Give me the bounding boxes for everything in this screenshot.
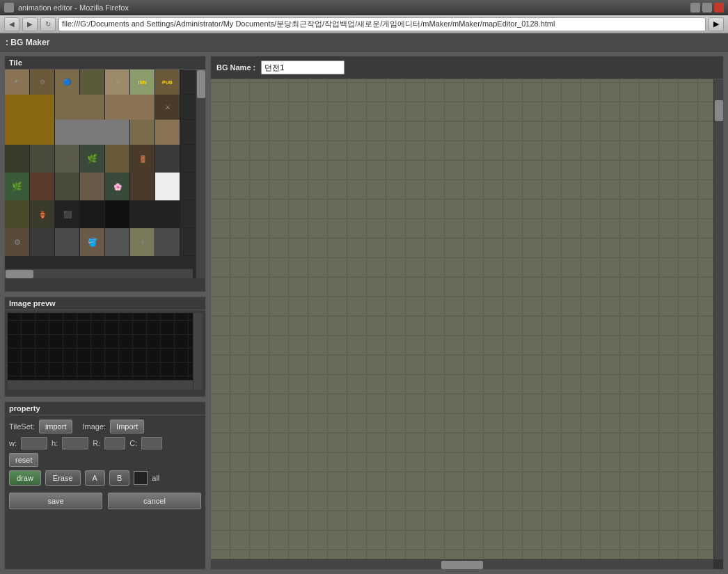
tile-cell[interactable] xyxy=(80,173,105,200)
map-scrollbar-vertical[interactable] xyxy=(713,79,723,559)
tile-cell[interactable]: 🪣 xyxy=(80,228,105,256)
tile-scroll-thumb-h[interactable] xyxy=(6,270,33,278)
tile-cell[interactable] xyxy=(80,70,105,95)
map-grid[interactable] xyxy=(211,79,723,569)
tile-pub[interactable]: PUB xyxy=(155,70,180,95)
tile-cell[interactable]: 🚪 xyxy=(130,145,155,173)
tile-cell[interactable] xyxy=(105,200,130,228)
map-scrollbar-horizontal[interactable] xyxy=(211,559,713,569)
tile-cell[interactable]: ⚙ xyxy=(30,70,55,95)
tileset-import-button[interactable]: import xyxy=(39,420,73,433)
map-scroll-thumb-v[interactable] xyxy=(715,100,723,121)
tile-cell[interactable] xyxy=(5,95,55,120)
a-button[interactable]: A xyxy=(85,470,105,486)
tile-cell[interactable] xyxy=(105,145,130,173)
tileset-row: TileSet: import Image: Import xyxy=(9,420,201,433)
dimensions-row: w: h: R: C: xyxy=(9,437,201,449)
tile-inn[interactable]: INN xyxy=(130,70,155,95)
go-button[interactable]: ▶ xyxy=(709,17,724,31)
window-controls xyxy=(690,3,724,13)
tile-panel-title: Tile xyxy=(5,56,205,70)
tile-cell[interactable] xyxy=(80,200,105,228)
tile-cell[interactable]: 🌸 xyxy=(105,173,130,200)
b-button[interactable]: B xyxy=(109,470,129,486)
tile-cell[interactable] xyxy=(55,95,105,120)
tile-cell[interactable] xyxy=(155,173,180,200)
h-input[interactable] xyxy=(62,437,88,449)
app-title: : BG Maker xyxy=(6,38,49,47)
tile-cell[interactable] xyxy=(30,173,55,200)
tile-cell[interactable]: ⚔ xyxy=(155,95,180,120)
tile-cell[interactable] xyxy=(55,228,80,256)
forward-button[interactable]: ▶ xyxy=(22,17,38,31)
map-scrollbar-corner xyxy=(713,559,723,569)
minimize-button[interactable] xyxy=(690,3,700,13)
tile-scroll-thumb[interactable] xyxy=(197,70,205,98)
tile-cell[interactable]: ⬛ xyxy=(55,200,80,228)
tile-cell[interactable]: ⚔ xyxy=(105,70,130,95)
tile-cell[interactable] xyxy=(105,95,155,120)
w-input[interactable] xyxy=(21,437,47,449)
r-label: R: xyxy=(93,439,100,447)
image-label: Image: xyxy=(82,422,106,431)
tile-cell[interactable] xyxy=(155,228,180,256)
preview-scrollbar-horizontal[interactable] xyxy=(8,380,193,390)
tile-cell[interactable]: ✝ xyxy=(130,228,155,256)
erase-button[interactable]: Erase xyxy=(45,470,81,486)
tile-cell[interactable] xyxy=(5,200,30,228)
c-input[interactable] xyxy=(141,437,162,449)
tile-scrollbar-vertical[interactable] xyxy=(196,70,205,278)
reset-button[interactable]: reset xyxy=(9,453,38,467)
bg-name-input[interactable] xyxy=(261,61,345,74)
tile-cell[interactable] xyxy=(155,120,180,145)
tile-cell[interactable]: 🔨 xyxy=(5,70,30,95)
save-button[interactable]: save xyxy=(9,493,102,509)
tile-cell[interactable] xyxy=(130,173,155,200)
app-main: Tile 🔨 ⚙ 🔵 ⚔ INN PUB xyxy=(0,51,728,574)
tile-content: 🔨 ⚙ 🔵 ⚔ INN PUB xyxy=(5,70,205,278)
tileset-label: TileSet: xyxy=(9,422,35,431)
tile-cell[interactable] xyxy=(30,145,55,173)
tile-cell[interactable] xyxy=(5,145,30,173)
tile-cell[interactable] xyxy=(55,173,80,200)
cancel-button[interactable]: cancel xyxy=(108,493,201,509)
reload-button[interactable]: ↻ xyxy=(40,17,56,31)
tool-row: draw Erase A B all xyxy=(9,470,201,486)
tile-cell[interactable] xyxy=(30,228,55,256)
tile-cell[interactable]: 🌿 xyxy=(5,173,30,200)
map-scroll-thumb-h[interactable] xyxy=(441,561,483,569)
tile-cell[interactable] xyxy=(5,120,55,145)
tile-scrollbar-horizontal[interactable] xyxy=(5,269,193,278)
browser-title: animation editor - Mozilla Firefox xyxy=(18,3,690,12)
address-bar[interactable] xyxy=(58,17,706,31)
property-content: TileSet: import Image: Import w: h: R: C… xyxy=(5,415,205,490)
property-panel-title: property xyxy=(5,402,205,415)
tile-grid[interactable]: 🔨 ⚙ 🔵 ⚔ INN PUB xyxy=(5,70,205,278)
color-swatch xyxy=(134,471,148,485)
draw-button[interactable]: draw xyxy=(9,470,41,486)
preview-grid[interactable] xyxy=(8,313,203,390)
c-label: C: xyxy=(129,439,137,447)
back-button[interactable]: ◀ xyxy=(4,17,19,31)
tile-cell[interactable]: 🔵 xyxy=(55,70,80,95)
image-import-button[interactable]: Import xyxy=(110,420,144,433)
tile-cell[interactable] xyxy=(155,145,180,173)
tile-cell[interactable] xyxy=(130,120,155,145)
left-panel: Tile 🔨 ⚙ 🔵 ⚔ INN PUB xyxy=(4,56,206,570)
tile-cell[interactable]: ⚙ xyxy=(5,228,30,256)
tile-cell[interactable]: 🏺 xyxy=(30,200,55,228)
tile-cell[interactable] xyxy=(105,228,130,256)
property-panel: property TileSet: import Image: Import w… xyxy=(4,401,206,570)
tile-cell[interactable] xyxy=(55,145,80,173)
preview-scrollbar-vertical[interactable] xyxy=(193,313,203,390)
bg-name-row: BG Name : xyxy=(211,56,723,79)
tile-cell[interactable] xyxy=(55,120,130,145)
browser-favicon xyxy=(4,3,14,13)
restore-button[interactable] xyxy=(702,3,712,13)
close-button[interactable] xyxy=(714,3,724,13)
preview-content xyxy=(8,313,203,390)
h-label: h: xyxy=(52,439,58,447)
r-input[interactable] xyxy=(104,437,125,449)
tile-cell[interactable]: 🌿 xyxy=(80,145,105,173)
tile-cell[interactable] xyxy=(130,200,180,228)
